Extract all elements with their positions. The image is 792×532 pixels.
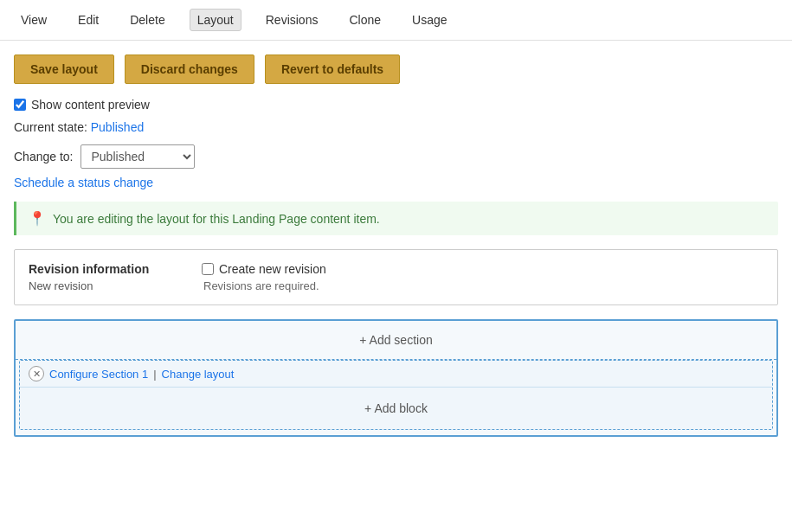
revision-title: Revision information — [29, 262, 167, 276]
schedule-link-row: Schedule a status change — [14, 176, 778, 189]
nav-usage[interactable]: Usage — [405, 10, 454, 30]
save-layout-button[interactable]: Save layout — [14, 54, 114, 84]
current-state-label: Current state: — [14, 120, 87, 134]
nav-clone[interactable]: Clone — [342, 10, 388, 30]
configure-section-link[interactable]: Configure Section 1 — [49, 368, 148, 381]
nav-layout[interactable]: Layout — [190, 9, 241, 31]
revisions-required-note: Revisions are required. — [203, 279, 326, 292]
nav-edit[interactable]: Edit — [71, 10, 106, 30]
change-to-select[interactable]: Published Unpublished Archived — [80, 144, 195, 169]
revert-defaults-button[interactable]: Revert to defaults — [265, 54, 400, 84]
configure-section-header: ✕ Configure Section 1 | Change layout — [20, 361, 772, 388]
create-revision-label: Create new revision — [219, 262, 326, 276]
nav-revisions[interactable]: Revisions — [259, 10, 325, 30]
nav-view[interactable]: View — [14, 10, 54, 30]
add-block-label: + Add block — [364, 401, 428, 415]
schedule-link[interactable]: Schedule a status change — [14, 176, 153, 189]
change-to-row: Change to: Published Unpublished Archive… — [14, 144, 778, 169]
layout-area: + Add section ✕ Configure Section 1 | Ch… — [14, 319, 778, 437]
show-preview-label: Show content preview — [31, 98, 150, 112]
pin-icon: 📍 — [29, 210, 46, 227]
change-to-label: Change to: — [14, 150, 74, 163]
separator: | — [153, 368, 156, 381]
toolbar: Save layout Discard changes Revert to de… — [0, 41, 792, 98]
content-area: Show content preview Current state: Publ… — [0, 98, 792, 437]
add-section-bar[interactable]: + Add section — [16, 321, 776, 360]
discard-changes-button[interactable]: Discard changes — [125, 54, 254, 84]
revision-left: Revision information New revision — [29, 262, 167, 292]
create-revision-row: Create new revision — [202, 262, 326, 276]
close-section-button[interactable]: ✕ — [29, 366, 44, 381]
current-state-value: Published — [91, 120, 145, 134]
change-layout-link[interactable]: Change layout — [162, 368, 235, 381]
revision-right: Create new revision Revisions are requir… — [202, 262, 326, 292]
revision-box: Revision information New revision Create… — [14, 249, 778, 305]
nav-delete[interactable]: Delete — [123, 10, 171, 30]
configure-section: ✕ Configure Section 1 | Change layout + … — [19, 360, 773, 430]
show-preview-checkbox[interactable] — [14, 99, 26, 111]
add-section-label: + Add section — [359, 333, 432, 347]
preview-check-row: Show content preview — [14, 98, 778, 112]
info-banner-text: You are editing the layout for this Land… — [53, 212, 380, 226]
add-block-bar[interactable]: + Add block — [20, 388, 772, 429]
info-banner: 📍 You are editing the layout for this La… — [14, 202, 778, 235]
top-nav: View Edit Delete Layout Revisions Clone … — [0, 0, 792, 41]
create-revision-checkbox[interactable] — [202, 263, 214, 275]
current-state-row: Current state: Published — [14, 120, 778, 134]
revision-subtitle: New revision — [29, 279, 167, 292]
